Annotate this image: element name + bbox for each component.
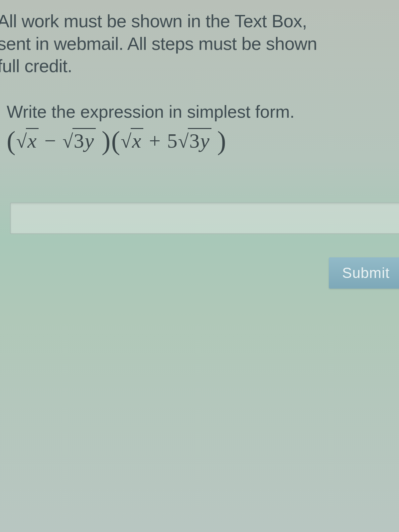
math-expression: (√x − √3y )(√x + 5√3y ): [7, 126, 399, 156]
instruction-line-1: All work must be shown in the Text Box,: [0, 10, 399, 33]
submit-button[interactable]: Submit: [329, 257, 399, 289]
instruction-text: All work must be shown in the Text Box, …: [0, 10, 399, 77]
instruction-line-3: full credit.: [0, 55, 399, 77]
screen-glare: [0, 316, 399, 532]
instruction-line-2: sent in webmail. All steps must be shown: [0, 33, 399, 55]
question-container: All work must be shown in the Text Box, …: [0, 0, 399, 289]
question-block: Write the expression in simplest form. (…: [0, 101, 399, 156]
question-prompt: Write the expression in simplest form.: [7, 101, 399, 123]
submit-wrap: Submit: [0, 257, 399, 289]
answer-input[interactable]: [10, 202, 399, 234]
